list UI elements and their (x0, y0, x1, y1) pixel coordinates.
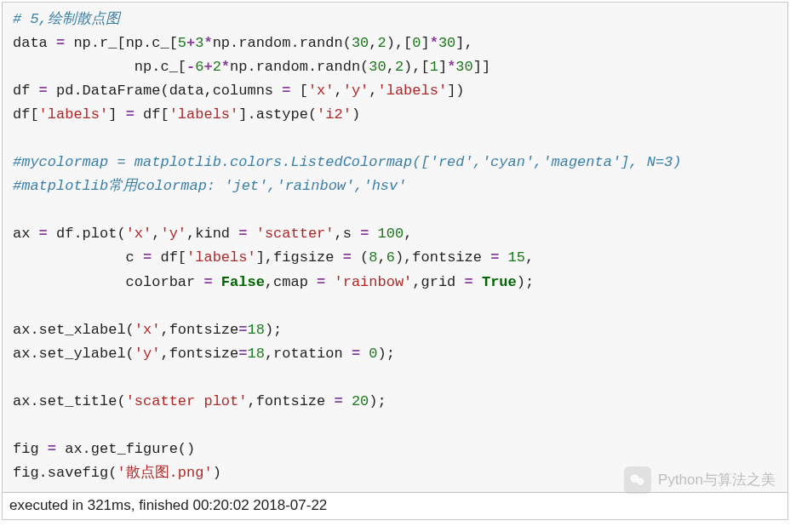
num: 30 (455, 59, 472, 75)
num: 0 (369, 346, 377, 362)
op-star: * (430, 35, 438, 51)
op-eq: = (56, 35, 65, 51)
code-token: ); (517, 274, 534, 290)
op-plus: + (203, 59, 212, 75)
code-token: ax (13, 226, 39, 242)
str: 'y' (343, 83, 369, 99)
code-token: ) (213, 465, 221, 481)
code-token: ,s (335, 226, 361, 242)
num: 2 (213, 59, 221, 75)
num: 18 (247, 346, 264, 362)
comma: , (525, 249, 534, 266)
code-token: ].astype( (238, 106, 317, 123)
op-eq: = (465, 274, 473, 290)
code-token: ); (265, 322, 282, 338)
str: 'i2' (317, 106, 352, 123)
code-token: ),[ (386, 35, 413, 51)
op-star: * (221, 59, 230, 75)
code-token: ] (438, 59, 447, 75)
op-eq: = (238, 346, 247, 362)
comment-line-8: #matplotlib常用colormap: 'jet','rainbow','… (13, 178, 406, 194)
num: 30 (369, 59, 386, 75)
num: 15 (508, 249, 525, 266)
num: 2 (378, 35, 386, 51)
sp (325, 274, 334, 290)
code-token: ax.get_figure() (56, 441, 195, 457)
code-token: ,fontsize (247, 393, 334, 409)
code-token: np.random.randn( (230, 59, 369, 75)
str: 'rainbow' (334, 274, 412, 290)
op-eq: = (334, 393, 342, 409)
code-token: data (13, 35, 56, 51)
op-eq: = (203, 274, 212, 290)
comma: , (378, 249, 386, 266)
num: 18 (247, 322, 264, 338)
str: 'labels' (169, 106, 239, 123)
sp (360, 346, 369, 362)
str: 'labels' (39, 106, 109, 123)
op-star: * (203, 35, 212, 51)
code-token: ),[ (404, 59, 430, 75)
op-eq: = (343, 249, 352, 266)
code-token: ); (369, 393, 386, 409)
str: 'x' (135, 322, 161, 338)
comma: , (334, 83, 342, 99)
comma: , (369, 83, 377, 99)
code-token: ,grid (412, 274, 464, 290)
op-eq: = (126, 106, 135, 123)
op-eq: = (238, 322, 247, 338)
num: 6 (386, 249, 395, 266)
code-token: ax.set_ylabel( (13, 346, 135, 362)
op-eq: = (282, 83, 290, 99)
comma: , (386, 59, 395, 75)
num: 5 (178, 35, 186, 51)
num: 8 (369, 249, 377, 266)
str: 'y' (160, 226, 186, 242)
sp (499, 249, 507, 266)
code-token: c (13, 249, 143, 266)
sp (247, 226, 255, 242)
num: 6 (195, 59, 203, 75)
str: 'x' (126, 226, 152, 242)
comma: , (369, 35, 377, 51)
code-token: df[ (152, 249, 186, 266)
num: 2 (395, 59, 404, 75)
code-token: df (13, 83, 39, 99)
op-eq: = (352, 346, 360, 362)
num: 1 (430, 59, 438, 75)
op-eq: = (317, 274, 325, 290)
op-eq: = (360, 226, 369, 242)
code-token: ] (108, 106, 125, 123)
code-cell: # 5,绘制散点图 data = np.r_[np.c_[5+3*np.rand… (2, 2, 788, 520)
code-token: ) (352, 106, 360, 123)
code-token: fig.savefig( (13, 465, 117, 481)
code-token: np.r_[np.c_[ (65, 35, 178, 51)
kw-false: False (221, 274, 265, 290)
comma: , (152, 226, 160, 242)
code-token: df.plot( (48, 226, 126, 242)
code-token: ,kind (186, 226, 238, 242)
code-token: ax.set_xlabel( (13, 322, 135, 338)
code-token: ] (421, 35, 430, 51)
op-eq: = (39, 226, 48, 242)
code-token: ax.set_title( (13, 393, 126, 409)
sp (369, 226, 377, 242)
str: 'y' (135, 346, 161, 362)
code-token: ,cmap (265, 274, 317, 290)
code-token: fig (13, 441, 48, 457)
op-eq: = (48, 441, 56, 457)
code-token: df[ (13, 106, 39, 123)
sp (343, 393, 352, 409)
code-token: colorbar (13, 274, 203, 290)
op-eq: = (238, 226, 247, 242)
op-eq: = (143, 249, 152, 266)
kw-true: True (482, 274, 517, 290)
num: 20 (352, 393, 369, 409)
op-eq: = (490, 249, 499, 266)
num: 30 (438, 35, 455, 51)
num: 30 (352, 35, 369, 51)
comment-line-7: #mycolormap = matplotlib.colors.ListedCo… (13, 154, 682, 170)
code-token: df[ (135, 106, 169, 123)
str: '散点图.png' (117, 465, 212, 481)
sp (473, 274, 482, 290)
